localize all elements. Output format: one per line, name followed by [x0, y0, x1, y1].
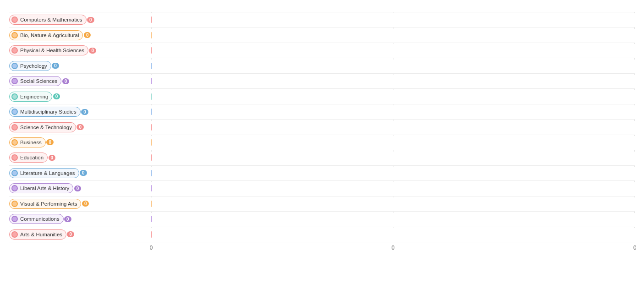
bar-graph-area: [151, 58, 635, 73]
bar-row: Multidisciplinary Studies0: [9, 104, 635, 120]
bar-pill: Bio, Nature & Agricultural0: [9, 30, 83, 40]
pill-label: Multidisciplinary Studies: [20, 109, 76, 115]
pill-dot: [11, 201, 18, 207]
bar-pill: Physical & Health Sciences0: [9, 45, 88, 55]
pill-badge: 0: [46, 139, 54, 145]
pill-dot: [11, 78, 18, 84]
pill-label: Psychology: [20, 63, 47, 69]
rows-area: Computers & Mathematics0Bio, Nature & Ag…: [9, 12, 635, 242]
x-axis: 000: [151, 242, 635, 256]
pill-label: Social Sciences: [20, 78, 57, 84]
bar-graph-area: [151, 74, 635, 88]
bar-graph-area: [151, 120, 635, 134]
bar-label-area: Communications0: [9, 214, 151, 224]
bar-graph-area: [151, 43, 635, 58]
pill-badge: 0: [84, 32, 91, 38]
bar-fill: [151, 124, 152, 131]
bar-graph-area: [151, 104, 635, 119]
bar-graph-area: [151, 150, 635, 165]
bar-label-area: Arts & Humanities0: [9, 229, 151, 240]
pill-badge: 0: [53, 93, 60, 99]
pill-badge: 0: [80, 170, 87, 176]
bar-pill: Engineering0: [9, 92, 52, 102]
chart-container: Computers & Mathematics0Bio, Nature & Ag…: [0, 0, 644, 289]
pill-label: Engineering: [20, 94, 48, 99]
pill-dot: [11, 63, 18, 69]
bar-label-area: Literature & Languages0: [9, 168, 151, 178]
pill-badge: 0: [81, 109, 88, 115]
bar-graph-area: [151, 12, 635, 27]
pill-badge: 0: [76, 124, 84, 130]
pill-label: Communications: [20, 216, 60, 222]
bar-pill: Social Sciences0: [9, 76, 61, 86]
bar-fill: [151, 231, 152, 238]
bar-label-area: Liberal Arts & History0: [9, 183, 151, 193]
bar-pill: Liberal Arts & History0: [9, 183, 73, 193]
bar-graph-area: [151, 27, 635, 42]
pill-label: Visual & Performing Arts: [20, 201, 77, 207]
x-tick: 0: [633, 245, 637, 251]
bar-fill: [151, 216, 152, 222]
bar-fill: [151, 139, 152, 146]
pill-dot: [11, 47, 18, 54]
pill-badge: 0: [49, 155, 56, 161]
pill-dot: [11, 124, 18, 131]
pill-label: Computers & Mathematics: [20, 17, 82, 22]
pill-dot: [11, 32, 18, 38]
bar-row: Arts & Humanities0: [9, 227, 635, 242]
bar-graph-area: [151, 135, 635, 150]
bar-row: Engineering0: [9, 89, 635, 104]
bar-fill: [151, 185, 152, 191]
bar-row: Visual & Performing Arts0: [9, 196, 635, 212]
bar-label-area: Social Sciences0: [9, 76, 151, 86]
bar-row: Science & Technology0: [9, 120, 635, 135]
bar-row: Communications0: [9, 212, 635, 227]
pill-label: Bio, Nature & Agricultural: [20, 33, 79, 38]
bar-label-area: Engineering0: [9, 92, 151, 102]
bar-row: Literature & Languages0: [9, 166, 635, 181]
pill-dot: [11, 216, 18, 222]
bar-fill: [151, 93, 152, 100]
bar-pill: Literature & Languages0: [9, 168, 79, 178]
bar-graph-area: [151, 196, 635, 211]
pill-label: Liberal Arts & History: [20, 185, 69, 191]
bar-label-area: Visual & Performing Arts0: [9, 199, 151, 209]
bar-pill: Visual & Performing Arts0: [9, 199, 81, 209]
bar-label-area: Business0: [9, 137, 151, 147]
bar-fill: [151, 78, 152, 84]
pill-dot: [11, 185, 18, 191]
pill-badge: 0: [62, 78, 70, 84]
bar-label-area: Computers & Mathematics0: [9, 15, 151, 25]
bar-row: Liberal Arts & History0: [9, 181, 635, 196]
pill-dot: [11, 109, 18, 115]
pill-label: Arts & Humanities: [20, 232, 62, 237]
pill-dot: [11, 93, 18, 100]
bar-fill: [151, 47, 152, 54]
bar-graph-area: [151, 181, 635, 196]
bar-pill: Multidisciplinary Studies0: [9, 107, 81, 117]
bar-label-area: Science & Technology0: [9, 122, 151, 132]
pill-label: Science & Technology: [20, 125, 72, 130]
pill-label: Physical & Health Sciences: [20, 48, 84, 53]
pill-dot: [11, 139, 18, 146]
bar-graph-area: [151, 227, 635, 242]
bar-pill: Computers & Mathematics0: [9, 15, 87, 25]
bar-pill: Science & Technology0: [9, 122, 76, 132]
bar-label-area: Multidisciplinary Studies0: [9, 107, 151, 117]
pill-badge: 0: [64, 216, 71, 222]
bar-fill: [151, 16, 152, 23]
x-tick: 0: [150, 245, 153, 251]
bar-pill: Communications0: [9, 214, 64, 224]
pill-dot: [11, 16, 18, 23]
bar-pill: Education0: [9, 153, 48, 163]
pill-dot: [11, 154, 18, 161]
pill-badge: 0: [87, 17, 94, 23]
pill-badge: 0: [82, 201, 89, 207]
pill-dot: [11, 170, 18, 176]
bar-row: Bio, Nature & Agricultural0: [9, 27, 635, 43]
bar-row: Business0: [9, 135, 635, 150]
bar-row: Computers & Mathematics0: [9, 12, 635, 27]
bar-fill: [151, 109, 152, 115]
pill-label: Literature & Languages: [20, 170, 75, 176]
bar-fill: [151, 32, 152, 38]
